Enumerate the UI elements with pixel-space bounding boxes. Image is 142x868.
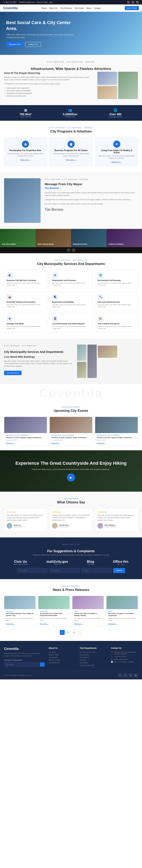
nav-contact[interactable]: Contact [94, 7, 101, 9]
nav-services[interactable]: City Services [60, 7, 72, 9]
services-section: CIVIC SERVICES · CITY SERVICES City Muni… [0, 253, 142, 339]
event-link-2[interactable]: Read more → [97, 442, 106, 444]
news-excerpt-3: Nam liber tempor cum soluta nobis eleife… [108, 617, 136, 621]
suggestions-email-input[interactable] [49, 568, 80, 573]
services-subtitle: CIVIC SERVICES · CITY SERVICES [4, 259, 138, 261]
nav-news[interactable]: News [86, 7, 91, 9]
love-city-btn[interactable]: Discover More [4, 371, 22, 375]
news-tag-2: Health [74, 611, 102, 612]
program-desc-0: Nam liber tempor cum soluta nobis eleife… [7, 153, 44, 157]
nav-home[interactable]: Home [41, 7, 47, 9]
footer-dept-link-0[interactable]: Business & Licensing [80, 651, 107, 653]
suggestions-subject-input[interactable] [81, 568, 112, 573]
footer-linkedin-icon[interactable]: in [129, 673, 133, 677]
test-role-0: City Resident [13, 526, 22, 527]
service-icon-7: 👮 [52, 316, 58, 321]
newsletter-submit-button[interactable]: → [40, 662, 45, 666]
suggestions-submit-button[interactable]: Submit [113, 568, 125, 573]
footer-bottom: © 2024 Coventila. All Rights Reserved. f… [4, 671, 138, 677]
area-icon: ▦ [20, 108, 32, 112]
service-card-7: 👮 Law Enforcement And Police Reports Nam… [50, 313, 92, 333]
event-title-2: Province of Civil's Superior Paper Confe… [97, 437, 136, 439]
main-nav: Coventila Home About Us City Services Ci… [0, 4, 142, 12]
event-link-1[interactable]: Read more → [51, 442, 60, 444]
service-card-5: 🐾 Pets And Animal Services Nam liber tem… [95, 291, 138, 311]
instagram-icon[interactable]: in [136, 1, 139, 4]
footer-dept-link-3[interactable]: Transport [80, 659, 107, 661]
nav-about[interactable]: About Us [49, 7, 58, 9]
guide-item-0[interactable]: Our City Guides [0, 229, 35, 247]
footer-col-depts: City Departments Business & Licensing Em… [80, 647, 107, 666]
service-icon-2: 🌿 [97, 273, 103, 278]
footer-depts-links: Business & Licensing Employment Environm… [80, 651, 107, 666]
page-btn-3[interactable]: 3 [72, 630, 77, 635]
service-title-2: Environment And Housing [97, 279, 135, 281]
service-desc-3: Nam liber tempor cum soluta nobis eleife… [7, 304, 45, 308]
news-body-2: Health Living Your Value Of Health & Mai… [73, 609, 104, 627]
guide-next-button[interactable]: › [72, 248, 76, 252]
footer-dept-link-1[interactable]: Employment [80, 653, 107, 656]
twitter-icon[interactable]: t [132, 1, 135, 4]
footer-dept-link-2[interactable]: Environment [80, 656, 107, 659]
news-body-3: Parks Recreation Programs From Metro Lan… [107, 609, 138, 627]
event-card-1: Province of Civil's Superior Province of… [50, 417, 92, 446]
stat-people-num: 5.39Million [63, 113, 78, 116]
hero-discover-button[interactable]: Discover more [6, 42, 24, 47]
guide-item-1[interactable]: Main Tourist Spots [35, 229, 71, 247]
footer-dept-link-5[interactable]: Waste Management [80, 664, 107, 666]
nav-cta-button[interactable]: Get in Touch [125, 6, 139, 10]
guide-prev-button[interactable]: ‹ [66, 248, 70, 252]
hero-gallery-button[interactable]: Gallery Tour [25, 42, 41, 47]
programs-subtitle: CIVIC SERVICES · CITY SERVICES · UPDATES [4, 127, 138, 129]
program-card-1: 📋 Business Programs For All Citizen Nam … [50, 137, 92, 166]
top-bar-left: +1 800 123 4567 info@coventila.com Mon-F… [3, 1, 53, 3]
news-link-1[interactable]: Read more → [40, 623, 49, 624]
footer-contact-heading: Contact Us [111, 647, 138, 649]
footer-contact-addr: 📍 123 City Hall Road, Downtown District,… [111, 651, 138, 655]
service-icon-5: 🐾 [97, 294, 103, 300]
page-btn-next[interactable]: → [78, 630, 82, 635]
love-city-subtitle: CIVIC SERVICES · CITY SERVICES [4, 345, 73, 347]
footer-facebook-icon[interactable]: f [118, 673, 122, 677]
program-icon-0: 🏠 [22, 141, 29, 148]
sug-stat-num-1: mail@city.gov [47, 560, 68, 563]
footer-dept-link-4[interactable]: Real Estate [80, 661, 107, 664]
program-title-2: Living From Values Of Healthy & Active [98, 149, 135, 154]
play-video-button[interactable]: ▶ [67, 473, 75, 482]
page-btn-2[interactable]: 2 [66, 630, 70, 635]
test-card-0: ★★★★★ Nam liber tempor cum soluta nobis … [4, 508, 47, 531]
nav-guide[interactable]: City Guide [75, 7, 84, 9]
footer-about-link-0[interactable]: Our Story [49, 651, 76, 653]
mayor-signature: Tim Brexton [45, 208, 138, 212]
program-title-0: Acceleration For Properties Area [7, 149, 44, 152]
newsletter-email-input[interactable] [4, 662, 39, 666]
program-link-0[interactable]: Read more → [7, 159, 44, 161]
page-btn-1[interactable]: 1 [60, 630, 65, 635]
news-link-0[interactable]: Read more → [6, 623, 15, 624]
test-text-2: Nam liber tempor cum soluta nobis eleife… [97, 514, 135, 521]
footer-youtube-icon[interactable]: ▶ [134, 673, 138, 677]
guide-item-3[interactable]: Culture & History [107, 229, 142, 247]
facebook-icon[interactable]: f [127, 1, 130, 4]
footer-about-link-2[interactable]: City Council [49, 656, 76, 659]
footer-twitter-icon[interactable]: t [123, 673, 127, 677]
footer-about-link-1[interactable]: Mayor's Office [49, 653, 76, 656]
event-title-0: Province of Civil's Superior Paper Confe… [6, 437, 45, 439]
mayor-name: Tim Brexton [45, 187, 138, 190]
events-subtitle: UPCOMING EVENTS [4, 406, 138, 408]
hiking-desc: Follow your state of your community trus… [4, 468, 138, 470]
news-link-3[interactable]: Read more → [108, 623, 117, 624]
people-icon: 👥 [63, 108, 78, 112]
infra-img-3 [97, 86, 117, 99]
suggestions-name-input[interactable] [17, 568, 48, 573]
footer-about-link-3[interactable]: Mission & Vision [49, 659, 76, 661]
news-link-2[interactable]: Read more → [74, 623, 83, 624]
service-card-8: 🎨 Arts, Cultural And Sports Nam liber te… [95, 313, 138, 333]
guide-item-2[interactable]: Experience Now [71, 229, 107, 247]
program-link-2[interactable]: Read more → [98, 161, 135, 163]
program-link-1[interactable]: Read more → [53, 159, 89, 161]
event-link-0[interactable]: Read more → [6, 442, 15, 444]
news-tag-1: Real Estate [40, 611, 68, 612]
services-grid: 🏛 Business City Hall And Licensing Nam l… [4, 270, 138, 333]
footer-about-link-4[interactable]: Annual Reports [49, 661, 76, 664]
